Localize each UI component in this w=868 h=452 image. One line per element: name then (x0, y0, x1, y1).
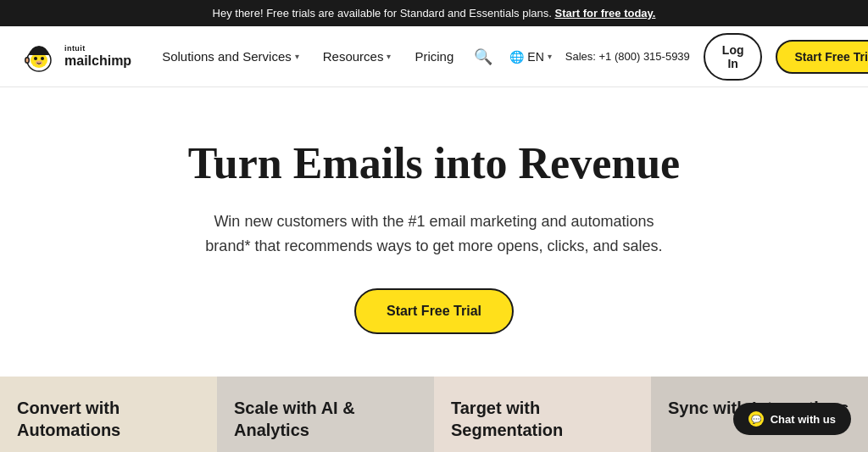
svg-point-3 (41, 57, 44, 60)
lang-chevron-icon: ▾ (548, 52, 552, 61)
banner-link[interactable]: Start for free today. (555, 7, 656, 20)
svg-point-6 (26, 58, 29, 62)
tile-segmentation-title: Target with Segmentation (451, 397, 634, 441)
tile-automations[interactable]: Convert with Automations (0, 377, 217, 452)
nav-links: Solutions and Services ▾ Resources ▾ Pri… (152, 42, 464, 70)
solutions-chevron-icon: ▾ (295, 52, 299, 61)
tile-segmentation[interactable]: Target with Segmentation (434, 377, 651, 452)
mailchimp-wordmark: mailchimp (64, 53, 131, 69)
nav-trial-button[interactable]: Start Free Trial (776, 40, 868, 74)
search-icon[interactable]: 🔍 (470, 44, 496, 70)
sales-phone: Sales: +1 (800) 315-5939 (565, 50, 690, 63)
tile-analytics-title: Scale with AI & Analytics (234, 397, 417, 441)
hero-subtitle: Win new customers with the #1 email mark… (205, 209, 663, 259)
hero-section: Turn Emails into Revenue Win new custome… (0, 87, 868, 377)
intuit-wordmark: intuit (64, 45, 131, 53)
lang-label: EN (527, 50, 543, 64)
nav-resources[interactable]: Resources ▾ (313, 42, 402, 70)
chat-bubble-icon: 💬 (748, 411, 764, 427)
nav-right: 🔍 🌐 EN ▾ Sales: +1 (800) 315-5939 Log In… (470, 33, 868, 81)
svg-point-2 (34, 57, 37, 60)
top-banner: Hey there! Free trials are available for… (0, 0, 868, 26)
navbar: intuit mailchimp Solutions and Services … (0, 26, 868, 87)
hero-trial-button[interactable]: Start Free Trial (354, 288, 514, 334)
chat-widget[interactable]: 💬 Chat with us (733, 403, 851, 435)
globe-icon: 🌐 (509, 50, 524, 64)
login-button[interactable]: Log In (704, 33, 763, 81)
resources-chevron-icon: ▾ (387, 52, 391, 61)
hero-title: Turn Emails into Revenue (85, 138, 783, 189)
logo-link[interactable]: intuit mailchimp (20, 38, 131, 75)
tile-analytics[interactable]: Scale with AI & Analytics (217, 377, 434, 452)
mailchimp-logo-icon (20, 38, 58, 75)
language-selector[interactable]: 🌐 EN ▾ (509, 50, 551, 64)
nav-pricing[interactable]: Pricing (404, 42, 464, 70)
chat-label: Chat with us (771, 413, 836, 426)
tile-automations-title: Convert with Automations (17, 397, 200, 441)
banner-text: Hey there! Free trials are available for… (213, 7, 552, 20)
nav-solutions[interactable]: Solutions and Services ▾ (152, 42, 309, 70)
